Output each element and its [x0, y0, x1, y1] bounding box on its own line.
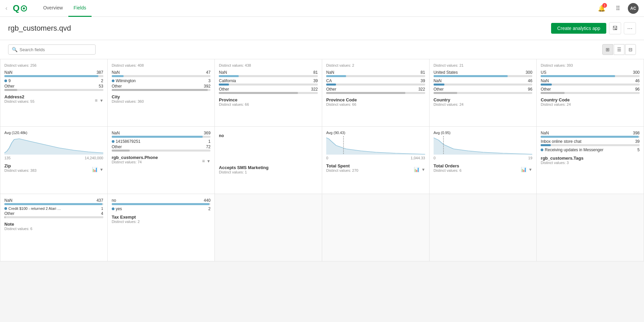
dot-icon [112, 140, 114, 143]
grid-view-button[interactable]: ⊞ [602, 44, 613, 55]
table-view-button[interactable]: ⊟ [625, 44, 636, 55]
dot-icon [4, 79, 7, 82]
qlik-icon [21, 5, 27, 11]
field-card-empty-1 [215, 194, 322, 261]
search-bar-row: 🔍 ⊞ ☰ ⊟ [0, 40, 644, 59]
dot-icon [541, 149, 543, 151]
total-orders-histogram [434, 136, 533, 155]
field-name-sms: Accepts SMS Marketing [219, 165, 268, 170]
chart-type-orders[interactable]: 📊 [520, 166, 527, 173]
sort-button-address2[interactable]: ≡ [94, 97, 98, 104]
avatar[interactable]: AC [628, 3, 639, 14]
field-card-empty-2 [322, 194, 430, 261]
field-card-country: Distinct values: 21 United States300 NaN… [430, 59, 537, 127]
field-card-tax-exempt: no440 yes2 Tax Exempt Distinct values: 2 [108, 194, 215, 261]
field-card-empty-3 [430, 194, 537, 261]
search-icon: 🔍 [12, 47, 18, 52]
zip-histogram [4, 136, 103, 155]
field-card-address2: Distinct values: 256 NaN387 92 Other53 A… [0, 59, 108, 127]
nav-links: Overview Fields [38, 0, 92, 17]
qlik-logo: Q [13, 3, 27, 13]
view-toggle: ⊞ ☰ ⊟ [602, 44, 636, 55]
field-top-distinct-address2: Distinct values: 256 [4, 63, 103, 67]
field-name-note: Note [4, 222, 32, 227]
expand-button-address2[interactable]: ▾ [100, 97, 103, 104]
expand-spent[interactable]: ▾ [421, 166, 425, 173]
field-name-tags: rgb_customers.Tags [541, 156, 583, 161]
field-card-total-spent: Avg (90.43) 0 1,044.33 Total Spent Disti… [322, 127, 430, 194]
back-button[interactable]: ‹ [5, 5, 7, 12]
notification-button[interactable]: 🔔 1 [596, 2, 608, 14]
field-name-total-orders: Total Orders [434, 163, 462, 168]
fields-grid: Distinct values: 256 NaN387 92 Other53 A… [0, 59, 644, 261]
field-name-city: City [112, 94, 144, 99]
field-card-zip: Avg (120.48k) 135 14,240,000 Zip Distinc… [0, 127, 108, 194]
field-card-city: Distinct values: 408 NaN47 Wilmington3 O… [108, 59, 215, 127]
field-top-distinct-city: Distinct values: 408 [112, 63, 211, 67]
page-header: rgb_customers.qvd Create analytics app 🖫… [0, 17, 644, 40]
expand-zip[interactable]: ▾ [100, 166, 103, 173]
field-card-empty-4 [537, 194, 644, 261]
dot-icon [112, 207, 114, 210]
more-options-button[interactable]: ⋯ [624, 22, 636, 34]
field-name-address2: Address2 [4, 94, 34, 99]
save-button[interactable]: 🖫 [609, 22, 621, 34]
total-spent-histogram [326, 136, 425, 155]
apps-button[interactable]: ⠿ [612, 2, 624, 14]
expand-orders[interactable]: ▾ [529, 166, 532, 173]
header-actions: Create analytics app 🖫 ⋯ [551, 22, 636, 34]
field-card-tags: NaN398 Inbox online store chat39 Receivi… [537, 127, 644, 194]
nav-overview[interactable]: Overview [38, 0, 68, 17]
field-name-province-code: Province Code [326, 97, 357, 102]
dot-icon [4, 207, 7, 210]
page-title: rgb_customers.qvd [8, 24, 71, 33]
field-card-province: Distinct values: 438 NaN81 California39 … [215, 59, 322, 127]
field-distinct-city: Distinct values: 360 [112, 99, 144, 103]
svg-point-1 [23, 7, 25, 9]
field-name-country-code: Country Code [541, 97, 571, 102]
expand-phone[interactable]: ▾ [207, 158, 210, 164]
list-view-button[interactable]: ☰ [614, 44, 624, 55]
nav-icons: 🔔 1 ⠿ AC [596, 2, 639, 14]
field-distinct-address2: Distinct values: 55 [4, 99, 34, 103]
field-card-sms: no Accepts SMS Marketing Distinct values… [215, 127, 322, 194]
create-analytics-button[interactable]: Create analytics app [551, 23, 606, 34]
field-card-province-code: Distinct values: 2 NaN81 CA39 Other322 P… [322, 59, 430, 127]
field-card-country-code: Distinct values: 393 US300 NaN46 Other96… [537, 59, 644, 127]
chart-type-zip[interactable]: 📊 [91, 166, 98, 173]
field-name-phone: rgb_customers.Phone [112, 155, 158, 160]
sort-phone[interactable]: ≡ [201, 158, 205, 164]
qlik-q: Q [13, 3, 20, 13]
field-card-phone: NaN369 141586792511 Other72 rgb_customer… [108, 127, 215, 194]
field-card-note: NaN437 Credit $100 - returned 2 Atari 52… [0, 194, 108, 261]
dot-icon [112, 79, 114, 82]
notification-badge: 1 [602, 3, 607, 8]
search-input[interactable] [20, 47, 92, 52]
topnav: ‹ Q Overview Fields 🔔 1 ⠿ AC [0, 0, 644, 17]
field-name-zip: Zip [4, 163, 36, 168]
field-name-tax-exempt: Tax Exempt [112, 215, 140, 220]
nav-fields[interactable]: Fields [68, 0, 92, 17]
field-name-country: Country [434, 97, 464, 102]
search-input-wrap: 🔍 [8, 44, 96, 55]
chart-type-spent[interactable]: 📊 [413, 166, 420, 173]
field-name-total-spent: Total Spent [326, 163, 358, 168]
field-name-province: Province [219, 97, 249, 102]
fields-container: Distinct values: 256 NaN387 92 Other53 A… [0, 59, 644, 322]
field-card-total-orders: Avg (0.95) 0 19 Total Orders Distinct va… [430, 127, 537, 194]
